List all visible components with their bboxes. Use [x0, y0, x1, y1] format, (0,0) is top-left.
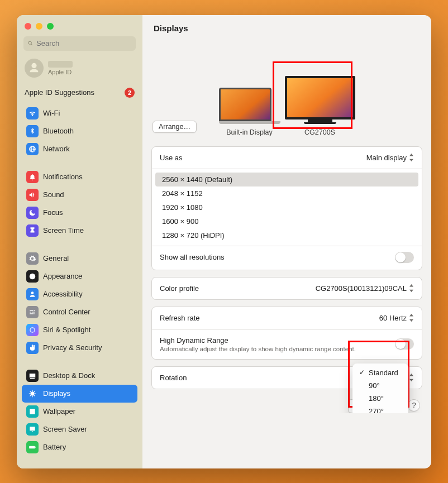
apple-id-suggestions-row[interactable]: Apple ID Suggestions 2: [17, 84, 142, 103]
sidebar-item-battery[interactable]: Battery: [22, 438, 137, 456]
external-display-label: CG2700S: [304, 128, 335, 136]
use-as-label: Use as: [160, 154, 182, 162]
sidebar-item-wallpaper[interactable]: Wallpaper: [22, 403, 137, 420]
sidebar-item-label: Desktop & Dock: [43, 371, 95, 380]
use-as-popup[interactable]: Main display: [366, 154, 414, 162]
rotation-option[interactable]: 180°: [355, 392, 406, 405]
resolution-option[interactable]: 2560 × 1440 (Default): [155, 173, 418, 186]
rotation-option[interactable]: 270°: [355, 405, 406, 413]
siri-icon: [26, 324, 39, 336]
wallpaper-icon: [26, 405, 39, 418]
sidebar-item-general[interactable]: General: [22, 250, 137, 267]
sidebar-item-sound[interactable]: Sound: [22, 186, 137, 204]
sidebar-item-label: Network: [43, 145, 70, 153]
search-icon: [28, 40, 33, 47]
sidebar-item-label: Accessibility: [43, 290, 83, 298]
sidebar-item-displays[interactable]: Displays: [22, 385, 137, 403]
display-arrangement-area: Built-in Display CG2700S Arrange…: [142, 33, 431, 142]
sidebar-item-label: Appearance: [43, 272, 82, 280]
hdr-toggle[interactable]: [395, 338, 414, 350]
sidebar-item-privacy-security[interactable]: Privacy & Security: [22, 339, 137, 357]
color-profile-label: Color profile: [160, 284, 199, 293]
sidebar-item-label: Screen Saver: [43, 425, 87, 433]
sidebar-item-label: Wallpaper: [43, 407, 75, 415]
color-profile-popup[interactable]: CG2700S(10013121)09CAL: [316, 284, 414, 293]
search-input[interactable]: [35, 39, 131, 48]
sidebar-item-label: Displays: [43, 389, 70, 398]
refresh-rate-label: Refresh rate: [160, 314, 200, 322]
sidebar-item-screen-time[interactable]: Screen Time: [22, 222, 137, 240]
rotation-option[interactable]: 90°: [355, 379, 406, 392]
sidebar-item-label: Focus: [43, 208, 63, 217]
person-icon: [26, 288, 39, 300]
minimize-button[interactable]: [36, 23, 42, 30]
account-row[interactable]: Apple ID: [17, 56, 142, 84]
sidebar-item-label: Sound: [43, 190, 64, 199]
close-button[interactable]: [25, 23, 31, 30]
sidebar-item-label: Battery: [43, 443, 66, 451]
refresh-rate-popup[interactable]: 60 Hertz: [379, 314, 414, 322]
sidebar-item-desktop-dock[interactable]: Desktop & Dock: [22, 367, 137, 385]
arrange-button[interactable]: Arrange…: [152, 121, 197, 133]
suggestions-badge: 2: [125, 88, 135, 98]
sidebar-item-focus[interactable]: Focus: [22, 204, 137, 222]
builtin-display-thumb[interactable]: Built-in Display: [219, 88, 280, 136]
globe-icon: [26, 143, 39, 155]
content-pane: Displays Built-in Display CG2700S Arrang…: [142, 15, 431, 468]
refresh-hdr-panel: Refresh rate 60 Hertz High Dynamic Range…: [151, 307, 422, 360]
updown-icon: [409, 284, 414, 292]
moon-icon: [26, 207, 39, 219]
hdr-label: High Dynamic Range: [160, 336, 356, 345]
help-button[interactable]: ?: [408, 399, 420, 412]
sidebar-item-label: Notifications: [43, 173, 83, 181]
resolution-option[interactable]: 1920 × 1080: [155, 200, 418, 214]
screensaver-icon: [26, 423, 39, 436]
sidebar-item-control-center[interactable]: Control Center: [22, 303, 137, 321]
bt-icon: [26, 125, 39, 137]
sidebar-item-label: Screen Time: [43, 226, 84, 235]
bell-icon: [26, 171, 39, 183]
updown-icon: [409, 374, 414, 381]
sidebar-item-label: Control Center: [43, 308, 90, 316]
wifi-icon: [26, 107, 39, 119]
builtin-display-label: Built-in Display: [226, 128, 273, 136]
hourglass-icon: [26, 224, 39, 237]
updown-icon: [409, 154, 414, 161]
check-icon: ✓: [359, 369, 365, 376]
sidebar-item-notifications[interactable]: Notifications: [22, 168, 137, 186]
battery-icon: [26, 441, 39, 453]
sound-icon: [26, 189, 39, 201]
page-title: Displays: [142, 15, 431, 33]
maximize-button[interactable]: [47, 23, 54, 30]
avatar: [25, 59, 44, 78]
sidebar-item-network[interactable]: Network: [22, 140, 137, 158]
resolution-list: 2560 × 1440 (Default)2048 × 11521920 × 1…: [152, 169, 422, 246]
gear-icon: [26, 252, 39, 265]
appearance-icon: [26, 270, 39, 283]
dock-icon: [26, 370, 39, 382]
hdr-subtitle: Automatically adjust the display to show…: [160, 346, 356, 352]
hand-icon: [26, 342, 39, 354]
sidebar-item-label: Siri & Spotlight: [43, 326, 90, 334]
sidebar-item-label: General: [43, 254, 69, 262]
rotation-panel: Rotation Standard ✓Standard90°180°270°: [151, 366, 422, 389]
rotation-label: Rotation: [160, 374, 187, 382]
account-subtitle: Apple ID: [48, 69, 73, 75]
sidebar-item-accessibility[interactable]: Accessibility: [22, 285, 137, 303]
sidebar-item-label: Wi-Fi: [43, 109, 60, 117]
resolution-option[interactable]: 1600 × 900: [155, 214, 418, 228]
rotation-dropdown: ✓Standard90°180°270°: [352, 364, 408, 413]
resolution-option[interactable]: 2048 × 1152: [155, 186, 418, 200]
show-all-resolutions-toggle[interactable]: [395, 252, 414, 263]
sidebar-item-appearance[interactable]: Appearance: [22, 267, 137, 285]
rotation-option[interactable]: ✓Standard: [355, 366, 406, 379]
external-display-thumb[interactable]: CG2700S: [285, 76, 355, 136]
sidebar-item-bluetooth[interactable]: Bluetooth: [22, 122, 137, 140]
sidebar-item-siri-spotlight[interactable]: Siri & Spotlight: [22, 321, 137, 339]
sidebar-item-wi-fi[interactable]: Wi-Fi: [22, 104, 137, 122]
suggestions-label: Apple ID Suggestions: [25, 88, 94, 97]
sun-icon: [26, 388, 39, 400]
sidebar-item-screen-saver[interactable]: Screen Saver: [22, 420, 137, 438]
resolution-option[interactable]: 1280 × 720 (HiDPI): [155, 228, 418, 242]
search-field[interactable]: [23, 36, 136, 51]
